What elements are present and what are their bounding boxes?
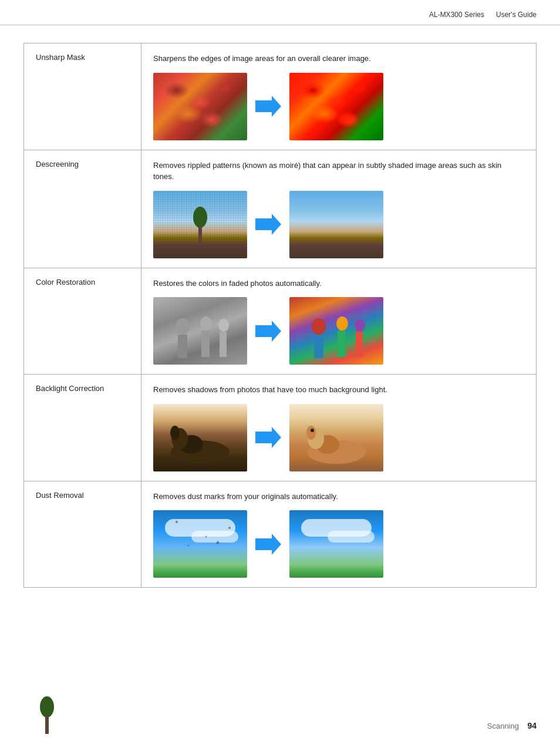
svg-point-29 xyxy=(176,521,178,523)
svg-point-17 xyxy=(355,319,365,332)
table-row: Dust Removal Removes dust marks from you… xyxy=(24,481,537,588)
svg-point-15 xyxy=(336,316,348,331)
svg-point-10 xyxy=(218,319,229,332)
feature-text-dust: Removes dust marks from your originals a… xyxy=(153,491,524,503)
arrow-dust xyxy=(255,534,281,555)
after-image-unsharp xyxy=(289,73,383,140)
table-row: Color Restoration Restores the colors in… xyxy=(24,268,537,375)
after-image-color xyxy=(289,297,383,365)
svg-point-33 xyxy=(217,541,220,544)
feature-text-unsharp: Sharpens the edges of image areas for an… xyxy=(153,53,524,65)
feature-text-color: Restores the colors in faded photos auto… xyxy=(153,278,524,289)
svg-point-32 xyxy=(188,545,190,547)
svg-rect-2 xyxy=(198,227,202,244)
svg-point-1 xyxy=(193,207,207,228)
feature-name-backlight: Backlight Correction xyxy=(24,375,141,481)
svg-point-28 xyxy=(311,429,314,432)
feature-desc-unsharp: Sharpens the edges of image areas for an… xyxy=(141,43,537,150)
arrow-color xyxy=(255,321,281,342)
page-footer: Scanning 94 xyxy=(487,721,537,730)
svg-point-31 xyxy=(228,527,231,529)
feature-name-color: Color Restoration xyxy=(24,268,141,375)
before-image-unsharp xyxy=(153,73,247,140)
feature-text-descreening: Removes rippled patterns (known as moiré… xyxy=(153,160,524,183)
after-image-dust xyxy=(289,510,383,578)
svg-rect-11 xyxy=(220,332,227,357)
table-row: Backlight Correction Removes shadows fro… xyxy=(24,375,537,481)
feature-table: Unsharp Mask Sharpens the edges of image… xyxy=(23,43,537,588)
svg-rect-16 xyxy=(338,331,346,357)
image-row-dust xyxy=(153,510,524,578)
page: AL-MX300 Series User's Guide Unsharp Mas… xyxy=(0,0,560,748)
feature-desc-descreening: Removes rippled patterns (known as moiré… xyxy=(141,150,537,268)
feature-name-dust: Dust Removal xyxy=(24,481,141,588)
header-guide: User's Guide xyxy=(496,11,537,19)
feature-desc-backlight: Removes shadows from photos that have to… xyxy=(141,375,537,481)
arrow-unsharp xyxy=(255,96,281,117)
before-image-dust xyxy=(153,510,247,578)
feature-name-descreening: Descreening xyxy=(24,150,141,268)
footer-page: 94 xyxy=(527,721,537,730)
after-image-backlight xyxy=(289,404,383,471)
svg-marker-0 xyxy=(255,96,281,117)
svg-rect-9 xyxy=(201,331,210,357)
image-row-unsharp xyxy=(153,73,524,140)
svg-marker-34 xyxy=(255,534,281,555)
svg-marker-3 xyxy=(255,214,281,235)
after-image-descreening xyxy=(289,191,383,258)
svg-marker-23 xyxy=(255,427,281,448)
table-row: Descreening Removes rippled patterns (kn… xyxy=(24,150,537,268)
before-image-backlight xyxy=(153,404,247,471)
svg-point-27 xyxy=(306,426,316,440)
footer-section: Scanning xyxy=(487,722,519,730)
table-row: Unsharp Mask Sharpens the edges of image… xyxy=(24,43,537,150)
image-row-descreening xyxy=(153,191,524,258)
before-image-descreening xyxy=(153,191,247,258)
feature-desc-dust: Removes dust marks from your originals a… xyxy=(141,481,537,588)
svg-marker-12 xyxy=(255,321,281,342)
svg-point-30 xyxy=(205,536,207,538)
svg-rect-18 xyxy=(356,332,363,357)
arrow-backlight xyxy=(255,427,281,448)
header-series: AL-MX300 Series xyxy=(429,11,484,19)
svg-rect-7 xyxy=(178,335,187,358)
main-content: Unsharp Mask Sharpens the edges of image… xyxy=(0,25,560,605)
page-header: AL-MX300 Series User's Guide xyxy=(0,0,560,25)
image-row-color xyxy=(153,297,524,365)
svg-point-13 xyxy=(312,318,326,335)
before-image-color xyxy=(153,297,247,365)
feature-desc-color: Restores the colors in faded photos auto… xyxy=(141,268,537,375)
svg-point-6 xyxy=(176,318,190,335)
feature-name-unsharp: Unsharp Mask xyxy=(24,43,141,150)
svg-point-8 xyxy=(200,316,212,331)
feature-text-backlight: Removes shadows from photos that have to… xyxy=(153,384,524,396)
svg-point-22 xyxy=(170,426,180,440)
arrow-descreening xyxy=(255,214,281,235)
svg-rect-14 xyxy=(314,335,323,358)
image-row-backlight xyxy=(153,404,524,471)
